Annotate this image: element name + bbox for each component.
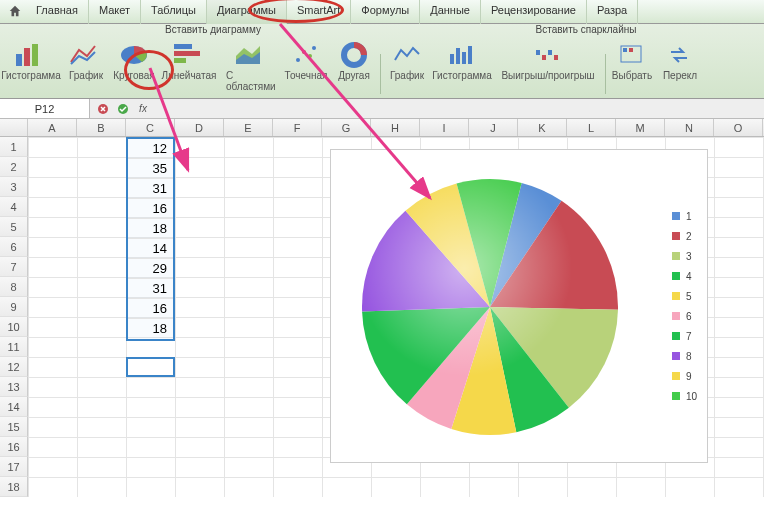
data-cell[interactable]: 18 — [128, 219, 173, 239]
row-header[interactable]: 14 — [0, 397, 28, 417]
data-cell[interactable]: 14 — [128, 239, 173, 259]
column-header[interactable]: I — [420, 119, 469, 136]
data-cell[interactable]: 16 — [128, 199, 173, 219]
ribbon-sparkline-column[interactable]: Гистограмма — [431, 40, 493, 98]
data-cell[interactable]: 31 — [128, 179, 173, 199]
column-header[interactable]: K — [518, 119, 567, 136]
column-header[interactable]: N — [665, 119, 714, 136]
data-cell[interactable]: 29 — [128, 259, 173, 279]
row-header[interactable]: 16 — [0, 437, 28, 457]
home-icon — [8, 4, 22, 18]
ribbon-separator — [605, 54, 606, 94]
row-header[interactable]: 2 — [0, 157, 28, 177]
svg-rect-12 — [450, 54, 454, 64]
column-header[interactable]: C — [126, 119, 175, 136]
row-header[interactable]: 10 — [0, 317, 28, 337]
row-header[interactable]: 11 — [0, 337, 28, 357]
ribbon-area-chart[interactable]: С областями — [220, 40, 282, 98]
column-header[interactable]: B — [77, 119, 126, 136]
sparkline-line-icon — [389, 40, 425, 70]
tab-dev[interactable]: Разра — [587, 0, 638, 24]
ribbon-other-chart[interactable]: Другая — [330, 40, 378, 98]
row-header[interactable]: 18 — [0, 477, 28, 497]
legend-item: 4 — [672, 266, 697, 286]
cancel-icon[interactable] — [96, 102, 110, 116]
ribbon-select-data[interactable]: Выбрать — [608, 40, 656, 98]
legend-label: 4 — [686, 271, 692, 282]
data-cell[interactable]: 18 — [128, 319, 173, 339]
tab-tables[interactable]: Таблицы — [141, 0, 207, 24]
row-header[interactable]: 3 — [0, 177, 28, 197]
menu-tabs: Главная Макет Таблицы Диаграммы SmartArt… — [0, 0, 764, 24]
column-header[interactable]: G — [322, 119, 371, 136]
row-header[interactable]: 15 — [0, 417, 28, 437]
donut-chart-icon — [336, 40, 372, 70]
ribbon-label: Гистограмма — [1, 70, 61, 81]
svg-rect-16 — [536, 50, 540, 55]
ribbon-sparkline-line[interactable]: График — [383, 40, 431, 98]
data-cell[interactable]: 16 — [128, 299, 173, 319]
row-header[interactable]: 1 — [0, 137, 28, 157]
column-header[interactable]: M — [616, 119, 665, 136]
ribbon-line-chart[interactable]: График — [62, 40, 110, 98]
svg-rect-19 — [554, 55, 558, 60]
tab-home[interactable]: Главная — [26, 0, 89, 24]
ribbon-label: С областями — [226, 70, 276, 92]
ribbon-column-chart[interactable]: Гистограмма — [0, 40, 62, 98]
row-header[interactable]: 5 — [0, 217, 28, 237]
tab-formulas[interactable]: Формулы — [351, 0, 420, 24]
name-box[interactable]: P12 — [0, 99, 90, 118]
svg-rect-5 — [174, 51, 200, 56]
tab-review[interactable]: Рецензирование — [481, 0, 587, 24]
column-header[interactable]: F — [273, 119, 322, 136]
tab-layout[interactable]: Макет — [89, 0, 141, 24]
ribbon-bar-chart[interactable]: Линейчатая — [158, 40, 220, 98]
ribbon-label: График — [390, 70, 424, 81]
select-all-corner[interactable] — [0, 119, 28, 136]
pie-chart-object[interactable]: 12345678910 — [330, 149, 708, 463]
legend-swatch — [672, 232, 680, 240]
svg-rect-6 — [174, 58, 186, 63]
ribbon-pie-chart[interactable]: Круговая — [110, 40, 158, 98]
row-header[interactable]: 8 — [0, 277, 28, 297]
legend-label: 6 — [686, 311, 692, 322]
row-header[interactable]: 9 — [0, 297, 28, 317]
row-header[interactable]: 7 — [0, 257, 28, 277]
column-header[interactable]: D — [175, 119, 224, 136]
column-header[interactable]: O — [714, 119, 763, 136]
ribbon-scatter-chart[interactable]: Точечная — [282, 40, 330, 98]
tab-charts[interactable]: Диаграммы — [207, 0, 287, 24]
data-cell[interactable]: 12 — [128, 139, 173, 159]
tab-smartart[interactable]: SmartArt — [287, 0, 351, 24]
column-header[interactable]: A — [28, 119, 77, 136]
column-header[interactable]: H — [371, 119, 420, 136]
row-header[interactable]: 13 — [0, 377, 28, 397]
fx-icon[interactable]: fx — [136, 102, 150, 116]
legend-swatch — [672, 332, 680, 340]
active-cell[interactable] — [126, 357, 175, 377]
row-header[interactable]: 4 — [0, 197, 28, 217]
cell-grid[interactable]: 12353116181429311618 12345678910 — [28, 137, 764, 497]
svg-point-9 — [308, 54, 312, 58]
row-header[interactable]: 12 — [0, 357, 28, 377]
row-header[interactable]: 6 — [0, 237, 28, 257]
legend-item: 10 — [672, 386, 697, 406]
selected-data-range[interactable]: 12353116181429311618 — [126, 137, 175, 341]
row-header[interactable]: 17 — [0, 457, 28, 477]
legend-item: 7 — [672, 326, 697, 346]
legend-label: 2 — [686, 231, 692, 242]
svg-rect-21 — [623, 48, 627, 52]
ribbon-sparkline-winloss[interactable]: Выигрыш/проигрыш — [493, 40, 603, 98]
svg-point-10 — [312, 46, 316, 50]
column-header[interactable]: E — [224, 119, 273, 136]
data-cell[interactable]: 35 — [128, 159, 173, 179]
ribbon-label: Другая — [338, 70, 370, 81]
confirm-icon[interactable] — [116, 102, 130, 116]
column-header[interactable]: L — [567, 119, 616, 136]
svg-rect-17 — [542, 55, 546, 60]
ribbon-label: Перекл — [663, 70, 697, 81]
ribbon-switch[interactable]: Перекл — [656, 40, 704, 98]
data-cell[interactable]: 31 — [128, 279, 173, 299]
column-header[interactable]: J — [469, 119, 518, 136]
tab-data[interactable]: Данные — [420, 0, 481, 24]
